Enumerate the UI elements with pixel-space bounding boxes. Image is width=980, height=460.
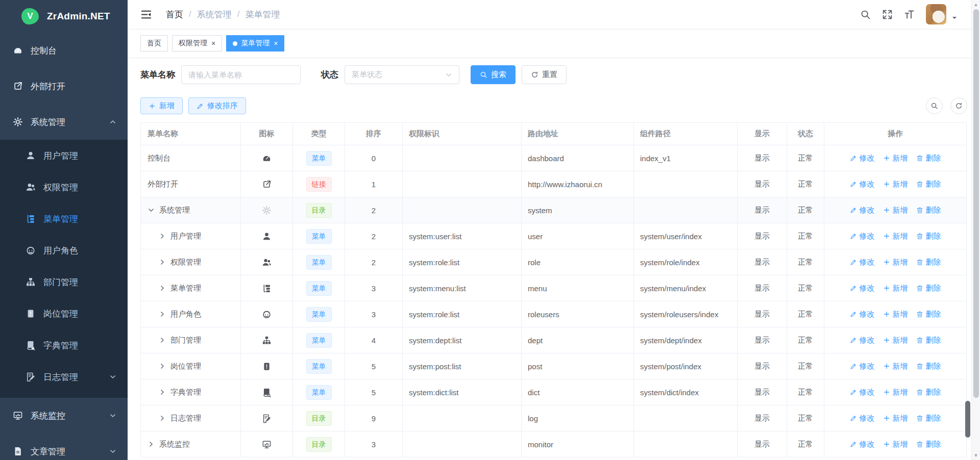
edit-link[interactable]: 修改 (850, 180, 875, 189)
edit-sort-button[interactable]: 修改排序 (188, 97, 246, 114)
sidebar-item-menu-mgmt[interactable]: 菜单管理 (0, 203, 128, 235)
edit-link[interactable]: 修改 (850, 362, 875, 371)
delete-link[interactable]: 删除 (916, 440, 941, 449)
font-size-icon[interactable] (904, 9, 915, 20)
fullscreen-icon[interactable] (882, 9, 893, 20)
delete-link[interactable]: 删除 (916, 154, 941, 163)
tab-home[interactable]: 首页 (140, 35, 168, 52)
edit-link[interactable]: 修改 (850, 232, 875, 241)
delete-link[interactable]: 删除 (916, 180, 941, 189)
scroll-up-icon[interactable]: ▲ (972, 1, 980, 9)
edit-link[interactable]: 修改 (850, 336, 875, 345)
add-link[interactable]: 新增 (883, 336, 908, 345)
delete-link[interactable]: 删除 (916, 414, 941, 423)
sidebar-item-dashboard[interactable]: 控制台 (0, 33, 128, 68)
expand-chevron-right-icon[interactable] (159, 311, 166, 318)
add-link[interactable]: 新增 (883, 232, 908, 241)
sidebar-item-system-mgmt[interactable]: 系统管理 (0, 104, 128, 140)
delete-link[interactable]: 删除 (916, 336, 941, 345)
add-link[interactable]: 新增 (883, 414, 908, 423)
edit-link[interactable]: 修改 (850, 388, 875, 397)
edit-link[interactable]: 修改 (850, 206, 875, 215)
delete-link[interactable]: 删除 (916, 206, 941, 215)
expand-chevron-right-icon[interactable] (159, 233, 166, 240)
add-button[interactable]: 新增 (140, 97, 183, 114)
tab-menu-mgmt[interactable]: 菜单管理 × (226, 35, 284, 52)
path-value: system (522, 197, 634, 223)
delete-link[interactable]: 删除 (916, 310, 941, 319)
delete-link[interactable]: 删除 (916, 362, 941, 371)
sidebar-item-monitor[interactable]: 系统监控 (0, 398, 128, 433)
edit-link[interactable]: 修改 (850, 284, 875, 293)
edit-link[interactable]: 修改 (850, 310, 875, 319)
search-button[interactable]: 搜索 (471, 65, 516, 84)
sidebar-item-user-mgmt[interactable]: 用户管理 (0, 140, 128, 171)
sidebar-item-article-mgmt[interactable]: 文章管理 (0, 433, 128, 460)
tab-role-mgmt[interactable]: 权限管理 × (172, 35, 222, 52)
reset-button[interactable]: 重置 (522, 65, 567, 84)
menu-status-select[interactable]: 菜单状态 (345, 65, 459, 84)
close-icon[interactable]: × (211, 40, 215, 47)
add-link[interactable]: 新增 (883, 154, 908, 163)
sidebar-item-dept-mgmt[interactable]: 部门管理 (0, 266, 128, 298)
sidebar-item-post-mgmt[interactable]: 岗位管理 (0, 298, 128, 329)
pencil-icon (850, 337, 857, 344)
scroll-down-icon[interactable]: ▼ (972, 451, 980, 459)
add-link[interactable]: 新增 (883, 388, 908, 397)
add-link[interactable]: 新增 (883, 310, 908, 319)
expand-chevron-right-icon[interactable] (159, 363, 166, 370)
path-value: dict (522, 379, 634, 405)
edit-link[interactable]: 修改 (850, 154, 875, 163)
sidebar-item-external-open[interactable]: 外部打开 (0, 68, 128, 104)
delete-link[interactable]: 删除 (916, 388, 941, 397)
app-title: ZrAdmin.NET (47, 11, 110, 22)
search-icon (480, 71, 487, 79)
show-search-button[interactable] (926, 97, 943, 114)
scrollbar-thumb[interactable] (973, 9, 979, 398)
delete-link[interactable]: 删除 (916, 232, 941, 241)
add-link[interactable]: 新增 (883, 206, 908, 215)
expand-chevron-right-icon[interactable] (159, 337, 166, 344)
component-value: system/dept/index (634, 327, 738, 353)
menu-name-input[interactable] (181, 65, 301, 84)
sidebar-item-user-role[interactable]: 用户角色 (0, 235, 128, 266)
component-value: system/post/index (634, 353, 738, 379)
close-icon[interactable]: × (274, 40, 278, 47)
type-tag: 菜单 (306, 151, 332, 166)
expand-chevron-right-icon[interactable] (159, 389, 166, 396)
sidebar-submenu: 用户管理 权限管理 菜单管理 用户角色 部门管理 岗位管理 字典管理 日志管理 (0, 140, 128, 398)
add-link[interactable]: 新增 (883, 440, 908, 449)
breadcrumb-home[interactable]: 首页 (166, 9, 183, 20)
edit-link[interactable]: 修改 (850, 258, 875, 267)
caret-down-icon[interactable] (951, 15, 958, 21)
sidebar-toggle-icon[interactable] (140, 9, 152, 20)
sidebar-item-log-mgmt[interactable]: 日志管理 (0, 361, 128, 393)
avatar[interactable] (926, 4, 946, 24)
add-link[interactable]: 新增 (883, 258, 908, 267)
expand-chevron-down-icon[interactable] (148, 207, 155, 214)
search-icon[interactable] (860, 9, 871, 20)
status-value: 正常 (787, 145, 824, 171)
expand-chevron-right-icon[interactable] (159, 285, 166, 292)
inner-scrollbar-thumb[interactable] (965, 401, 970, 438)
active-tab-dot (233, 41, 237, 46)
dashboard-icon (262, 154, 272, 163)
expand-chevron-right-icon[interactable] (159, 259, 166, 266)
sidebar-item-role-mgmt[interactable]: 权限管理 (0, 171, 128, 203)
edit-link[interactable]: 修改 (850, 440, 875, 449)
add-link[interactable]: 新增 (883, 180, 908, 189)
pencil-icon (850, 389, 857, 396)
delete-link[interactable]: 删除 (916, 258, 941, 267)
sidebar-item-dict-mgmt[interactable]: 字典管理 (0, 329, 128, 361)
delete-link[interactable]: 删除 (916, 284, 941, 293)
edit-link[interactable]: 修改 (850, 414, 875, 423)
external-link-icon (262, 180, 272, 189)
add-link[interactable]: 新增 (883, 362, 908, 371)
expand-chevron-right-icon[interactable] (148, 441, 155, 448)
add-link[interactable]: 新增 (883, 284, 908, 293)
refresh-table-button[interactable] (950, 97, 967, 114)
sidebar-item-label: 菜单管理 (43, 213, 78, 225)
face-icon (262, 310, 272, 319)
expand-chevron-right-icon[interactable] (159, 415, 166, 422)
app-logo[interactable]: V ZrAdmin.NET (0, 0, 128, 33)
